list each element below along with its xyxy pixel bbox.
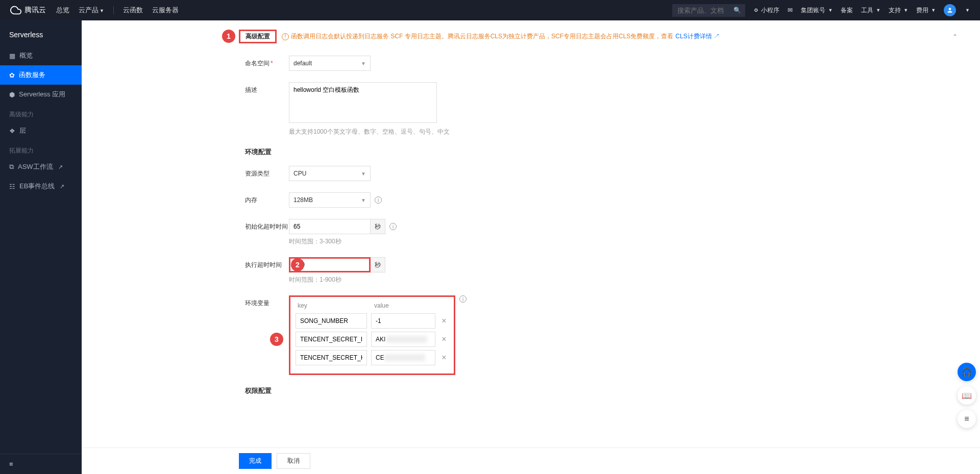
alert-row: 1 高级配置 ! 函数调用日志会默认投递到日志服务 SCF 专用日志主题。腾讯云…: [82, 30, 980, 43]
delete-icon[interactable]: ×: [439, 353, 449, 362]
cls-pricing-link[interactable]: CLS计费详情 ↗: [675, 32, 720, 41]
env-key-input[interactable]: [296, 313, 367, 329]
row-resource-type: 资源类型 CPU▼: [245, 166, 633, 181]
info-icon[interactable]: i: [375, 196, 382, 204]
row-init-timeout: 初始化超时时间 秒 i 时间范围：3-300秒: [245, 219, 633, 246]
beian-link[interactable]: 备案: [841, 6, 853, 15]
confirm-button[interactable]: 完成: [239, 453, 272, 469]
nav-cvm[interactable]: 云服务器: [152, 6, 179, 15]
info-icon[interactable]: i: [459, 295, 467, 303]
delete-icon[interactable]: ×: [439, 316, 449, 326]
avatar-menu-icon[interactable]: ▼: [965, 8, 970, 13]
exec-timeout-helper: 时间范围：1-900秒: [289, 276, 633, 284]
sidebar-item-layer[interactable]: ❖层: [0, 121, 82, 140]
float-buttons: 🎧 📖 ≡: [958, 363, 976, 428]
cube-icon: ⬢: [9, 91, 15, 98]
chevron-down-icon: ▼: [361, 197, 366, 203]
unit-seconds: 秒: [371, 219, 385, 234]
brand-logo[interactable]: 腾讯云: [10, 5, 46, 16]
grid-icon: ▦: [9, 52, 15, 60]
memory-select[interactable]: 128MB▼: [289, 192, 371, 208]
annotation-marker-2: 2: [291, 258, 304, 271]
support-menu[interactable]: 支持▼: [889, 6, 908, 15]
external-link-icon: ↗: [714, 33, 720, 40]
env-vars-box: 3 keyvalue × ×: [289, 295, 455, 375]
env-var-row: ×: [296, 332, 449, 347]
avatar[interactable]: [944, 4, 956, 16]
env-key-input[interactable]: [296, 350, 367, 365]
delete-icon[interactable]: ×: [439, 335, 449, 344]
description-textarea[interactable]: [289, 82, 437, 123]
account-menu[interactable]: 集团账号▼: [801, 6, 832, 15]
cost-menu[interactable]: 费用▼: [916, 6, 936, 15]
warning-icon: !: [282, 33, 289, 40]
row-exec-timeout: 执行超时时间 秒 2 时间范围：1-900秒: [245, 257, 633, 284]
top-nav-links: 总览 云产品▼ 云函数 云服务器: [56, 6, 179, 15]
annotation-marker-3: 3: [270, 333, 283, 346]
cancel-button[interactable]: 取消: [277, 453, 310, 469]
row-description: 描述 最大支持1000个英文字母、数字、空格、逗号、句号、中文: [245, 82, 633, 136]
top-nav: 腾讯云 总览 云产品▼ 云函数 云服务器 🔍 ⭘ 小程序 ✉ 集团账号▼ 备案 …: [0, 0, 980, 20]
gear-icon: ✿: [9, 71, 15, 79]
row-env-vars: 环境变量 3 keyvalue ×: [245, 295, 633, 375]
flow-icon: ⧉: [9, 163, 14, 171]
sidebar-item-asw[interactable]: ⧉ASW工作流↗: [0, 157, 82, 177]
description-helper: 最大支持1000个英文字母、数字、空格、逗号、句号、中文: [289, 128, 633, 136]
external-link-icon: ↗: [60, 183, 64, 190]
bus-icon: ☷: [9, 183, 15, 190]
main-content: 1 高级配置 ! 函数调用日志会默认投递到日志服务 SCF 专用日志主题。腾讯云…: [82, 20, 980, 474]
external-link-icon: ↗: [58, 164, 63, 170]
collapse-icon[interactable]: ⌃: [952, 33, 958, 40]
docs-float-icon[interactable]: 📖: [958, 386, 976, 405]
unit-seconds: 秒: [371, 257, 385, 272]
section-env-config: 环境配置: [245, 147, 633, 157]
annotation-marker-1: 1: [222, 30, 235, 43]
sidebar-item-app[interactable]: ⬢Serverless 应用: [0, 85, 82, 104]
brand-text: 腾讯云: [24, 6, 46, 15]
advanced-config-badge[interactable]: 高级配置: [239, 30, 277, 43]
namespace-select[interactable]: default▼: [289, 56, 371, 71]
init-timeout-input[interactable]: [289, 219, 371, 234]
resource-type-select[interactable]: CPU▼: [289, 166, 371, 181]
row-memory: 内存 128MB▼ i: [245, 192, 633, 208]
row-namespace: 命名空间* default▼: [245, 56, 633, 71]
sidebar-title: Serverless: [0, 28, 82, 46]
env-var-row: ×: [296, 350, 449, 365]
sidebar: Serverless ▦概览 ✿函数服务 ⬢Serverless 应用 高级能力…: [0, 20, 82, 474]
env-var-row: ×: [296, 313, 449, 329]
init-timeout-helper: 时间范围：3-300秒: [289, 237, 633, 246]
chevron-down-icon: ▼: [361, 171, 366, 177]
section-perm-config: 权限配置: [245, 386, 633, 395]
env-val-input[interactable]: [371, 313, 435, 329]
chevron-down-icon: ▼: [361, 61, 366, 66]
inbox-icon[interactable]: ✉: [788, 7, 793, 14]
nav-products[interactable]: 云产品▼: [79, 6, 104, 15]
sidebar-group-ext: 拓展能力: [0, 140, 82, 157]
search-icon[interactable]: 🔍: [733, 7, 741, 14]
nav-overview[interactable]: 总览: [56, 6, 69, 15]
menu-float-icon[interactable]: ≡: [958, 410, 976, 428]
layers-icon: ❖: [9, 127, 15, 135]
sidebar-collapse-toggle[interactable]: ≡: [0, 454, 82, 474]
info-icon[interactable]: i: [389, 223, 397, 230]
sidebar-item-overview[interactable]: ▦概览: [0, 46, 82, 65]
env-key-input[interactable]: [296, 332, 367, 347]
nav-func[interactable]: 云函数: [123, 6, 143, 15]
sidebar-item-functions[interactable]: ✿函数服务: [0, 65, 82, 85]
search-input[interactable]: [672, 4, 733, 17]
sidebar-group-adv: 高级能力: [0, 104, 82, 121]
support-float-icon[interactable]: 🎧: [958, 363, 976, 381]
footer-actions: 完成 取消: [82, 447, 980, 474]
svg-point-0: [949, 8, 951, 10]
miniprogram-link[interactable]: ⭘ 小程序: [753, 6, 779, 15]
tools-menu[interactable]: 工具▼: [861, 6, 880, 15]
search-box: 🔍: [672, 4, 745, 17]
alert-text: ! 函数调用日志会默认投递到日志服务 SCF 专用日志主题。腾讯云日志服务CLS…: [282, 32, 952, 41]
cloud-icon: [10, 5, 21, 16]
top-right: 🔍 ⭘ 小程序 ✉ 集团账号▼ 备案 工具▼ 支持▼ 费用▼ ▼: [672, 4, 970, 17]
nav-divider: [113, 6, 114, 14]
sidebar-item-eb[interactable]: ☷EB事件总线↗: [0, 177, 82, 196]
